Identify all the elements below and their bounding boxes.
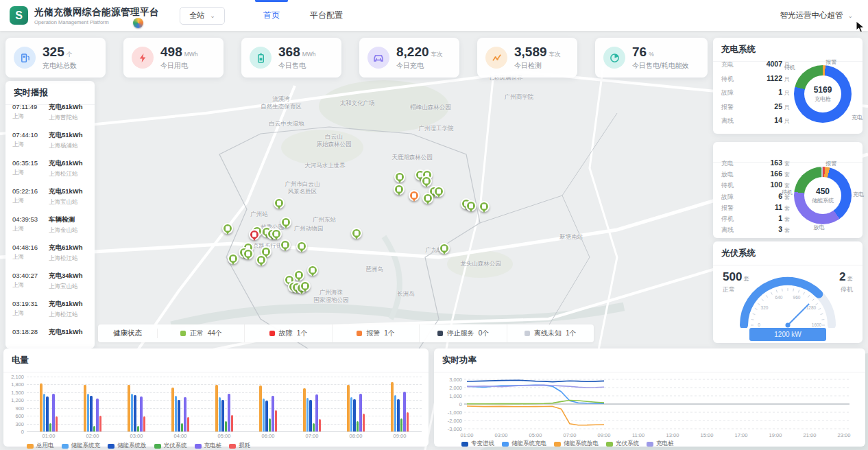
legend-item[interactable]: 总用电 xyxy=(27,442,54,450)
station-marker-green[interactable] xyxy=(394,171,405,182)
kpi-label: 今日售电/耗电能效 xyxy=(632,61,689,71)
health-item[interactable]: 正常44个 xyxy=(158,324,245,342)
bar-group xyxy=(40,377,58,431)
stat-row: 待机100套 xyxy=(721,180,790,191)
pie-icon xyxy=(603,47,625,69)
station-marker-green[interactable] xyxy=(439,243,450,254)
main-nav: 首页 平台配置 xyxy=(248,0,358,31)
legend-item[interactable]: 光伏系统 xyxy=(606,440,639,448)
station-marker-green[interactable] xyxy=(243,248,254,259)
station-marker-green[interactable] xyxy=(280,239,291,250)
legend-item[interactable]: 储能系统充电 xyxy=(502,440,546,448)
status-dot-icon xyxy=(269,331,275,336)
station-marker-red[interactable] xyxy=(249,229,260,240)
pv-gauge-value-badge: 1200 kW xyxy=(749,328,826,341)
map-place-label: 流溪湾 自然生态保育区 xyxy=(261,95,302,110)
broadcast-item: 03:40:27上海充电34kWh上海宝山站 xyxy=(12,267,88,295)
status-dot-icon xyxy=(437,331,443,336)
kpi-label: 今日检测 xyxy=(514,61,561,71)
kpi-card-efficiency: 76%今日售电/耗电能效 xyxy=(595,38,708,78)
svg-text:17:00: 17:00 xyxy=(735,432,748,438)
legend-item[interactable]: 损耗 xyxy=(229,442,250,450)
kpi-unit: MWh xyxy=(184,51,198,58)
donut-center-value: 450 xyxy=(816,187,830,196)
health-item[interactable]: 离线未知1个 xyxy=(507,324,594,342)
station-marker-green[interactable] xyxy=(307,265,318,276)
station-marker-green[interactable] xyxy=(228,253,239,264)
mouse-cursor xyxy=(856,21,865,33)
map-place-label: 广州动物园 xyxy=(294,225,324,233)
station-marker-green[interactable] xyxy=(422,193,433,204)
legend-item[interactable]: 储能系统放电 xyxy=(554,440,599,448)
tab-platform-config[interactable]: 平台配置 xyxy=(295,0,358,31)
legend-item[interactable]: 充电桩 xyxy=(195,442,222,450)
health-item[interactable]: 故障1个 xyxy=(245,324,332,342)
kpi-unit: 车次 xyxy=(549,51,561,58)
pv-system-title: 光伏系统 xyxy=(713,241,863,265)
health-status-bar: 健康状态 正常44个故障1个报警1个停止服务0个离线未知1个 xyxy=(98,324,594,342)
legend-item[interactable]: 光伏系统 xyxy=(154,442,187,450)
power-line-chart: -3,000-2,000-1,00001,0002,0003,00001:000… xyxy=(438,374,863,440)
map-place-label: 广州站 xyxy=(250,211,268,218)
svg-text:640: 640 xyxy=(775,295,783,300)
broadcast-item: 03:19:31上海充电61kWh上海松江站 xyxy=(12,295,88,323)
bar-group xyxy=(128,377,145,431)
kpi-card-sold: 368MWh今日售电 xyxy=(241,38,341,78)
svg-text:01:00: 01:00 xyxy=(461,432,474,438)
kpi-card-usage: 498MWh今日用电 xyxy=(123,38,224,78)
stat-row: 报警25只 xyxy=(721,102,790,117)
legend-item[interactable]: 储能系统充 xyxy=(62,442,101,450)
station-marker-green[interactable] xyxy=(271,228,282,239)
legend-item[interactable]: 充电桩 xyxy=(647,440,674,448)
charging-system-title: 充电系统 xyxy=(713,38,863,62)
station-marker-green[interactable] xyxy=(433,186,444,197)
station-marker-green[interactable] xyxy=(222,223,233,234)
kpi-card-inspected: 3,589车次今日检测 xyxy=(477,38,577,78)
map-place-label: 广州市白云山 风景名胜区 xyxy=(285,180,320,195)
broadcast-item: 05:22:16上海充电51kWh上海宝山站 xyxy=(12,182,88,211)
legend-item[interactable]: 专变进线 xyxy=(461,440,494,448)
broadcast-list[interactable]: 07:11:49上海充电61kWh上海普陀站07:44:10上海充电51kWh上… xyxy=(5,97,95,338)
health-title: 健康状态 xyxy=(98,329,158,338)
charging-station-icon xyxy=(14,47,36,69)
power-chart-title: 实时功率 xyxy=(434,348,865,372)
bar-group xyxy=(347,377,365,431)
user-menu[interactable]: 智光运营中心超管 ⌄ xyxy=(780,10,853,21)
battery-icon xyxy=(250,47,272,69)
station-marker-green[interactable] xyxy=(256,254,267,265)
station-marker-green[interactable] xyxy=(394,184,405,195)
stat-row: 离线3套 xyxy=(721,225,790,236)
stat-row: 报警11套 xyxy=(721,203,790,214)
station-marker-green[interactable] xyxy=(466,200,477,211)
svg-text:09:00: 09:00 xyxy=(598,432,611,438)
station-marker-green[interactable] xyxy=(280,217,291,228)
trend-icon xyxy=(485,47,507,69)
kpi-value: 3,589 xyxy=(514,45,547,59)
station-selector-value: 全站 xyxy=(189,10,204,21)
energy-bar-chart: 03006009001,2001,5001,8002,100 xyxy=(27,377,422,431)
station-marker-green[interactable] xyxy=(479,201,490,212)
station-marker-green[interactable] xyxy=(421,176,432,187)
bar-group xyxy=(215,377,233,431)
status-dot-icon xyxy=(525,331,530,336)
health-item[interactable]: 停止服务0个 xyxy=(420,324,507,342)
floating-widget-icon[interactable] xyxy=(133,18,143,28)
station-marker-green[interactable] xyxy=(274,198,285,209)
station-marker-green[interactable] xyxy=(300,281,311,292)
kpi-value: 498 xyxy=(160,45,182,59)
power-use-icon xyxy=(132,47,154,69)
station-marker-green[interactable] xyxy=(293,270,304,281)
station-marker-green[interactable] xyxy=(351,228,362,239)
station-marker-orange[interactable] xyxy=(409,190,420,201)
donut-segment-label: 放电 xyxy=(814,224,825,231)
legend-item[interactable]: 储能系统放 xyxy=(108,442,147,450)
stat-row: 充电4007只 xyxy=(721,60,790,74)
tab-home[interactable]: 首页 xyxy=(248,0,295,31)
pv-system-panel: 光伏系统 500套 正常 2套 停机 032064096012801600 12… xyxy=(713,241,863,343)
station-marker-green[interactable] xyxy=(296,241,307,252)
station-selector[interactable]: 全站 ⌄ xyxy=(180,7,225,25)
health-item[interactable]: 报警1个 xyxy=(333,324,420,342)
svg-text:07:00: 07:00 xyxy=(564,432,577,438)
app-logo: S xyxy=(10,6,28,25)
top-bar: S 光储充微网综合能源管理平台 Operation Management Pla… xyxy=(0,0,868,31)
